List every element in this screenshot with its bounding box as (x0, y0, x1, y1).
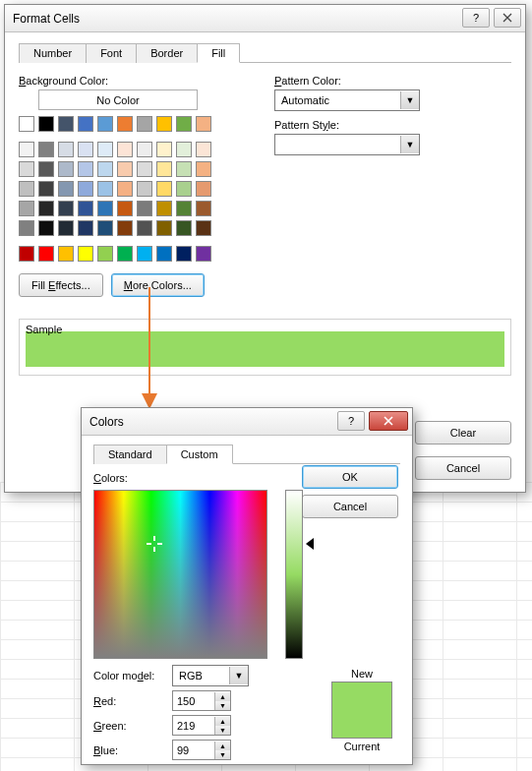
color-swatch[interactable] (19, 246, 34, 262)
color-swatch[interactable] (176, 246, 192, 262)
color-swatch[interactable] (97, 116, 113, 132)
spin-down-icon[interactable]: ▼ (215, 726, 230, 735)
color-swatch[interactable] (38, 246, 54, 262)
color-swatch[interactable] (117, 161, 133, 177)
spin-up-icon[interactable]: ▲ (215, 741, 230, 750)
tab-standard[interactable]: Standard (93, 445, 167, 464)
color-swatch[interactable] (58, 201, 74, 216)
crosshair-cursor[interactable] (148, 538, 160, 550)
color-swatch[interactable] (196, 161, 211, 177)
green-spin[interactable]: ▲▼ (172, 715, 231, 736)
luminance-slider[interactable] (285, 490, 303, 659)
color-swatch[interactable] (38, 161, 54, 177)
luminance-pointer-icon[interactable] (306, 538, 314, 550)
color-swatch[interactable] (137, 142, 152, 157)
color-swatch[interactable] (58, 181, 74, 197)
color-swatch[interactable] (176, 181, 192, 197)
color-swatch[interactable] (58, 161, 74, 177)
ok-button[interactable]: OK (302, 465, 398, 489)
color-swatch[interactable] (176, 142, 192, 157)
color-swatch[interactable] (156, 142, 172, 157)
color-swatch[interactable] (176, 201, 192, 216)
color-swatch[interactable] (137, 201, 152, 216)
color-swatch[interactable] (137, 161, 152, 177)
color-swatch[interactable] (38, 116, 54, 132)
cancel-button[interactable]: Cancel (302, 495, 398, 518)
spin-up-icon[interactable]: ▲ (215, 692, 230, 701)
color-swatch[interactable] (78, 246, 93, 262)
color-swatch[interactable] (196, 220, 211, 236)
color-swatch[interactable] (97, 142, 113, 157)
color-swatch[interactable] (137, 220, 152, 236)
color-swatch[interactable] (196, 181, 211, 197)
color-swatch[interactable] (156, 161, 172, 177)
color-swatch[interactable] (117, 181, 133, 197)
tab-number[interactable]: Number (19, 43, 87, 63)
color-swatch[interactable] (176, 220, 192, 236)
color-swatch[interactable] (19, 181, 34, 197)
color-swatch[interactable] (196, 116, 211, 132)
color-swatch[interactable] (196, 201, 211, 216)
color-swatch[interactable] (19, 116, 34, 132)
color-swatch[interactable] (78, 181, 93, 197)
fill-effects-button[interactable]: Fill Effects... (19, 273, 103, 297)
color-swatch[interactable] (137, 116, 152, 132)
color-swatch[interactable] (78, 142, 93, 157)
close-button[interactable] (369, 411, 408, 431)
more-colors-button[interactable]: More Colors... (111, 273, 205, 297)
color-swatch[interactable] (38, 220, 54, 236)
color-swatch[interactable] (78, 220, 93, 236)
color-swatch[interactable] (58, 142, 74, 157)
color-swatch[interactable] (19, 142, 34, 157)
color-swatch[interactable] (97, 246, 113, 262)
help-button[interactable]: ? (462, 8, 490, 28)
color-swatch[interactable] (156, 246, 172, 262)
cancel-button[interactable]: Cancel (415, 456, 511, 480)
color-swatch[interactable] (97, 161, 113, 177)
spin-down-icon[interactable]: ▼ (215, 750, 230, 759)
red-spin[interactable]: ▲▼ (172, 690, 231, 711)
green-input[interactable] (173, 719, 214, 733)
color-swatch[interactable] (137, 246, 152, 262)
tab-fill[interactable]: Fill (197, 43, 240, 63)
color-swatch[interactable] (78, 201, 93, 216)
tab-custom[interactable]: Custom (166, 445, 233, 464)
color-swatch[interactable] (78, 161, 93, 177)
color-swatch[interactable] (58, 246, 74, 262)
pattern-style-combo[interactable]: ▼ (274, 134, 420, 155)
color-spectrum[interactable] (93, 490, 267, 659)
blue-spin[interactable]: ▲▼ (172, 740, 231, 760)
color-swatch[interactable] (176, 116, 192, 132)
color-swatch[interactable] (38, 181, 54, 197)
color-swatch[interactable] (196, 246, 211, 262)
color-swatch[interactable] (38, 201, 54, 216)
color-swatch[interactable] (19, 220, 34, 236)
color-swatch[interactable] (38, 142, 54, 157)
color-swatch[interactable] (156, 220, 172, 236)
color-swatch[interactable] (137, 181, 152, 197)
spin-up-icon[interactable]: ▲ (215, 717, 230, 726)
clear-button[interactable]: Clear (415, 421, 511, 445)
color-swatch[interactable] (97, 220, 113, 236)
tab-font[interactable]: Font (86, 43, 137, 63)
close-button[interactable] (494, 8, 521, 28)
color-swatch[interactable] (78, 116, 93, 132)
color-swatch[interactable] (19, 201, 34, 216)
blue-input[interactable] (173, 743, 214, 757)
color-swatch[interactable] (58, 116, 74, 132)
color-swatch[interactable] (176, 161, 192, 177)
color-swatch[interactable] (117, 246, 133, 262)
color-swatch[interactable] (156, 116, 172, 132)
spin-down-icon[interactable]: ▼ (215, 701, 230, 710)
color-model-combo[interactable]: RGB ▼ (172, 665, 249, 686)
color-swatch[interactable] (156, 181, 172, 197)
pattern-color-combo[interactable]: Automatic ▼ (274, 89, 420, 111)
color-swatch[interactable] (196, 142, 211, 157)
color-swatch[interactable] (58, 220, 74, 236)
no-color-button[interactable]: No Color (38, 89, 198, 110)
color-swatch[interactable] (117, 220, 133, 236)
color-swatch[interactable] (97, 201, 113, 216)
color-swatch[interactable] (117, 142, 133, 157)
color-swatch[interactable] (97, 181, 113, 197)
help-button[interactable]: ? (337, 411, 365, 431)
